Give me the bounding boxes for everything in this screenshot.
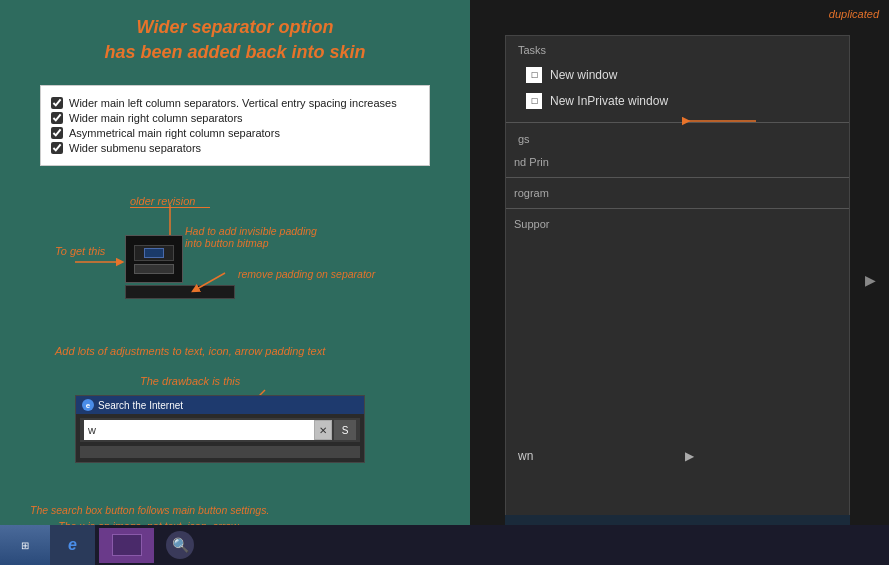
left-panel: Wider separator option has been added ba… [0, 0, 470, 565]
search-box-title-text: Search the Internet [98, 400, 183, 411]
search-box-content: ✕ S [80, 418, 360, 442]
taskbar: ⊞ e 🔍 [0, 525, 889, 565]
menu-divider-3 [506, 208, 849, 209]
arrow-to-button [75, 252, 130, 272]
ie-icon: e [82, 399, 94, 411]
search-clear-button[interactable]: ✕ [314, 420, 332, 440]
arrow-to-separator [185, 268, 235, 298]
tasks-section: Tasks ☐ New window ☐ New InPrivate windo… [506, 36, 849, 118]
title-area: Wider separator option has been added ba… [0, 0, 470, 75]
search-submit-button[interactable]: S [334, 420, 356, 440]
right-panel: duplicated Tasks ☐ New window ☐ New InPr… [470, 0, 889, 565]
taskbar-search-button[interactable]: 🔍 [166, 531, 194, 559]
inprivate-arrow-svg [676, 109, 766, 134]
title-line2: has been added back into skin [20, 40, 450, 65]
had-to-add-text: Had to add invisible padding [185, 225, 317, 237]
x-icon: ✕ [319, 425, 327, 436]
support-label: Suppor [514, 218, 549, 230]
checkbox-item-2[interactable]: Wider main right column separators [51, 112, 419, 124]
search-box-titlebar: e Search the Internet [76, 396, 364, 414]
search-box-results-area [80, 446, 360, 458]
ie-taskbar-icon: e [68, 536, 77, 554]
scroll-right-icon: ▶ [865, 272, 876, 288]
bottom-line1: The search box button follows main butto… [30, 503, 269, 519]
wn-label: wn [518, 449, 533, 463]
checkbox-label-3: Asymmetrical main right column separator… [69, 127, 280, 139]
program-item[interactable]: rogram [506, 182, 849, 204]
into-button-text: into button bitmap [185, 237, 317, 249]
program-label: rogram [514, 187, 549, 199]
checkbox-1[interactable] [51, 97, 63, 109]
checkbox-item-3[interactable]: Asymmetrical main right column separator… [51, 127, 419, 139]
adjustments-text: Add lots of adjustments to text, icon, a… [55, 345, 325, 357]
checkbox-item-4[interactable]: Wider submenu separators [51, 142, 419, 154]
start-menu-panel: Tasks ☐ New window ☐ New InPrivate windo… [505, 35, 850, 525]
title-line1: Wider separator option [20, 15, 450, 40]
and-print-label: nd Prin [514, 156, 549, 168]
new-window-item[interactable]: ☐ New window [518, 62, 837, 88]
had-to-add-note: Had to add invisible padding into button… [185, 225, 317, 249]
new-window-icon: ☐ [526, 67, 542, 83]
search-box-mockup: e Search the Internet ✕ S [75, 395, 365, 463]
checkbox-2[interactable] [51, 112, 63, 124]
support-item[interactable]: Suppor [506, 213, 849, 235]
drawback-label: The drawback is this [140, 375, 240, 387]
checkbox-label-2: Wider main right column separators [69, 112, 243, 124]
checkbox-3[interactable] [51, 127, 63, 139]
and-print-item[interactable]: nd Prin [506, 151, 849, 173]
older-rev-arrow [885, 190, 889, 240]
search-input[interactable] [84, 420, 314, 440]
checkbox-label-1: Wider main left column separators. Verti… [69, 97, 397, 109]
start-orb: ⊞ [21, 540, 29, 551]
start-button[interactable]: ⊞ [0, 525, 50, 565]
checkbox-list: Wider main left column separators. Verti… [40, 85, 430, 166]
wn-item[interactable]: wn ▶ [506, 443, 706, 469]
wn-arrow: ▶ [685, 449, 694, 463]
new-inprivate-icon: ☐ [526, 93, 542, 109]
tasks-label: Tasks [518, 44, 837, 56]
remove-padding-note: remove padding on separator [238, 268, 375, 280]
taskbar-ie-button[interactable]: e [50, 525, 95, 565]
checkbox-label-4: Wider submenu separators [69, 142, 201, 154]
svg-line-2 [195, 273, 225, 290]
checkbox-item-1[interactable]: Wider main left column separators. Verti… [51, 97, 419, 109]
new-window-label: New window [550, 68, 617, 82]
new-inprivate-label: New InPrivate window [550, 94, 668, 108]
duplicated-label: duplicated [829, 8, 879, 20]
taskbar-search-icon-glyph: 🔍 [172, 537, 189, 553]
taskbar-purple-item[interactable] [99, 528, 154, 563]
checkbox-4[interactable] [51, 142, 63, 154]
menu-divider-2 [506, 177, 849, 178]
scroll-button[interactable]: ▶ [851, 35, 889, 525]
button-bitmap-graphic [125, 235, 183, 283]
purple-icon [112, 534, 142, 556]
